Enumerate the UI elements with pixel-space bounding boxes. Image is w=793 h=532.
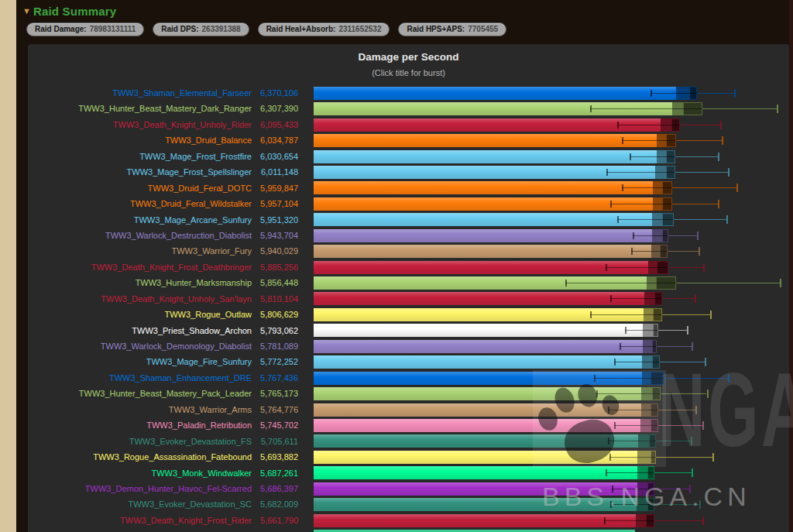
inner-whisker-cap xyxy=(614,359,616,366)
chart-row: TWW3_Druid_Feral_Wildstalker 5,957,104 xyxy=(28,196,789,211)
chart-row: TWW3_Death_Knight_Unholy_San'layn 5,810,… xyxy=(28,291,789,307)
error-whisker-cap xyxy=(734,89,736,98)
chart-row: TWW3_Death_Knight_Unholy_Rider 6,095,433 xyxy=(28,117,789,132)
error-whisker-line xyxy=(657,346,692,347)
row-label: TWW3_Druid_Feral_Wildstalker xyxy=(28,196,252,211)
inner-whisker-line xyxy=(590,314,662,315)
row-value: 5,693,882 xyxy=(254,449,298,465)
bar-area xyxy=(314,150,789,163)
row-value: 5,940,029 xyxy=(254,243,298,259)
inner-whisker-cap xyxy=(590,311,592,318)
row-value: 6,095,433 xyxy=(254,117,298,132)
row-label: TWW3_Death_Knight_Frost_Rider xyxy=(28,513,252,528)
chart-row: TWW3_Shaman_Elemental_Farseer 6,370,106 xyxy=(28,85,789,101)
inner-whisker-line xyxy=(651,93,697,94)
inner-whisker-cap xyxy=(630,153,631,160)
row-label: TWW3_Warlock_Demonology_Diabolist xyxy=(28,338,252,354)
chart-row: TWW3_Mage_Frost_Frostfire 6,030,654 xyxy=(28,149,789,164)
row-value: 5,765,173 xyxy=(254,386,298,401)
section-title: Raid Summary xyxy=(33,5,116,18)
row-value: 6,034,787 xyxy=(254,132,298,148)
bar-area xyxy=(314,245,789,258)
error-whisker-cap xyxy=(728,168,729,177)
collapse-triangle-icon: ▼ xyxy=(22,7,31,15)
row-value: 5,781,089 xyxy=(254,338,298,354)
error-whisker-line xyxy=(668,251,699,252)
error-whisker-line xyxy=(697,93,734,94)
dps-bar xyxy=(314,150,657,163)
error-whisker-line xyxy=(662,314,710,315)
error-whisker-cap xyxy=(726,215,728,224)
error-whisker-cap xyxy=(699,247,700,256)
badge-label: Raid Damage: xyxy=(35,25,87,33)
error-whisker-line xyxy=(672,204,718,204)
chart-row: TWW3_Mage_Frost_Spellslinger 6,011,148 xyxy=(28,164,789,180)
inner-whisker-cap xyxy=(622,137,623,144)
error-whisker-line xyxy=(702,108,777,109)
row-value: 5,767,436 xyxy=(254,370,298,386)
error-whisker-line xyxy=(658,330,687,331)
row-label: TWW3_Warlock_Destruction_Diabolist xyxy=(28,228,252,243)
inner-whisker-line xyxy=(633,235,668,236)
row-label: TWW3_Hunter_Beast_Mastery_Dark_Ranger xyxy=(28,101,252,116)
error-whisker-cap xyxy=(720,121,722,129)
inner-whisker-line xyxy=(606,267,668,268)
inner-whisker-cap xyxy=(620,343,621,350)
bbs-nga-cn-watermark: BBS.NGA.CN xyxy=(542,482,751,512)
bar-area xyxy=(314,118,789,132)
row-label: TWW3_Evoker_Devastation_SC xyxy=(28,496,252,512)
row-value: 5,687,261 xyxy=(254,465,298,481)
inner-whisker-cap xyxy=(606,469,607,476)
row-label: TWW3_Mage_Arcane_Sunfury xyxy=(28,212,252,228)
bar-area xyxy=(314,181,789,194)
row-value: 5,793,062 xyxy=(254,323,298,338)
row-value: 5,661,790 xyxy=(254,513,298,528)
inner-whisker-cap xyxy=(565,280,567,287)
inner-whisker-line xyxy=(610,298,663,299)
inner-whisker-cap xyxy=(631,248,633,255)
error-whisker-cap xyxy=(722,136,723,145)
error-whisker-line xyxy=(654,472,692,473)
row-label: TWW3_Warrior_Arms xyxy=(28,402,252,417)
dps-bar xyxy=(314,118,661,132)
row-value: 5,943,704 xyxy=(254,228,298,243)
chart-row: TWW3_Rogue_Outlaw 5,806,629 xyxy=(28,307,789,322)
error-whisker-line xyxy=(668,235,697,236)
row-value: 5,764,776 xyxy=(254,402,298,417)
error-whisker-cap xyxy=(777,105,778,113)
bar-area xyxy=(314,324,789,337)
error-whisker-line xyxy=(654,520,702,521)
badge-label: Raid Heal+Absorb: xyxy=(266,25,336,33)
chart-row: TWW3_Warlock_Destruction_Diabolist 5,943… xyxy=(28,228,789,243)
dps-bar xyxy=(314,166,655,179)
inner-whisker-cap xyxy=(606,264,607,271)
inner-whisker-cap xyxy=(617,122,619,129)
chart-title[interactable]: Damage per Second xyxy=(28,51,789,63)
inner-whisker-cap xyxy=(604,517,606,524)
inner-whisker-cap xyxy=(651,90,652,97)
inner-whisker-line xyxy=(604,520,654,521)
chart-row xyxy=(28,528,789,532)
dps-bar xyxy=(314,514,636,527)
raid-summary-section-header[interactable]: ▼ Raid Summary xyxy=(22,3,116,19)
chart-row: TWW3_Druid_Balance 6,034,787 xyxy=(28,132,789,148)
chart-row: TWW3_Priest_Shadow_Archon 5,793,062 xyxy=(28,323,789,338)
inner-whisker-cap xyxy=(610,295,612,302)
row-value: 6,307,390 xyxy=(254,101,298,116)
row-label: TWW3_Rogue_Assassination_Fatebound xyxy=(28,449,252,465)
row-value: 6,370,106 xyxy=(254,85,298,101)
inner-whisker-line xyxy=(625,330,658,331)
inner-whisker-line xyxy=(622,140,676,141)
inner-whisker-line xyxy=(617,219,674,220)
row-value: 5,806,629 xyxy=(254,307,298,322)
error-whisker-cap xyxy=(692,469,693,477)
error-whisker-cap xyxy=(718,153,719,161)
inner-whisker-line xyxy=(631,251,668,252)
row-value: 5,957,104 xyxy=(254,196,298,211)
dps-bar xyxy=(314,229,652,242)
inner-whisker-cap xyxy=(617,216,619,223)
bar-area xyxy=(314,166,789,179)
inner-whisker-line xyxy=(622,187,672,188)
row-label: TWW3_Hunter_Marksmanship xyxy=(28,275,252,290)
row-value: 5,705,611 xyxy=(254,434,298,449)
